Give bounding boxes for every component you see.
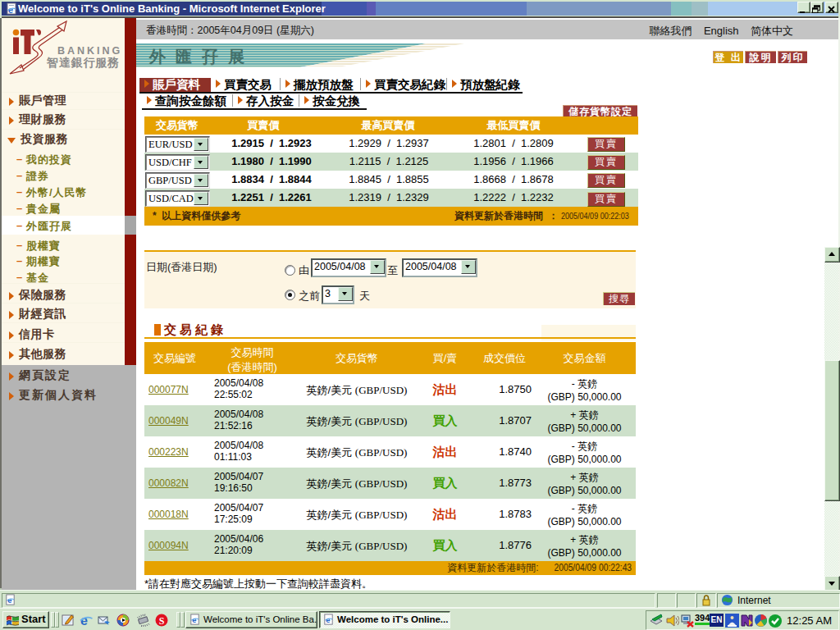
svg-text:e: e: [192, 616, 196, 624]
svg-text:e: e: [326, 616, 330, 624]
svg-text:智達銀行服務: 智達銀行服務: [46, 56, 120, 69]
svg-text:BANKING: BANKING: [57, 45, 122, 57]
svg-text:S: S: [159, 615, 165, 627]
svg-text:e: e: [7, 596, 11, 605]
